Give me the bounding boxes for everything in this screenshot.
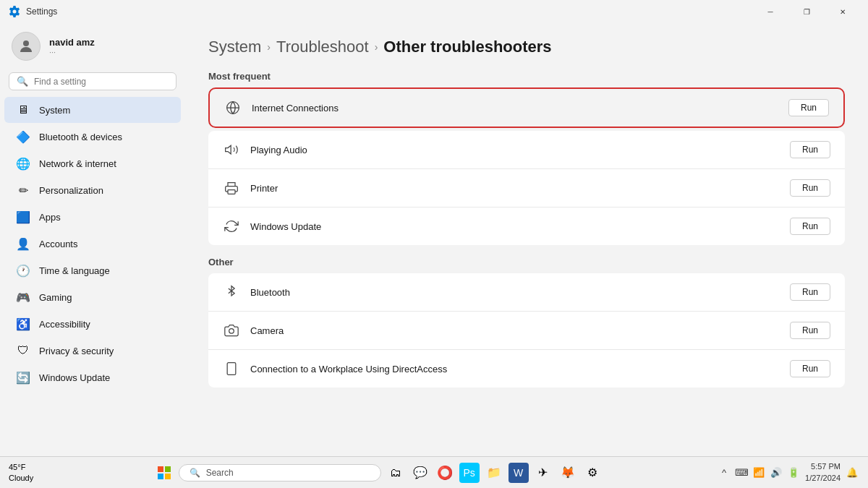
windows-update-icon — [223, 218, 240, 235]
sidebar-item-gaming[interactable]: 🎮 Gaming — [4, 284, 181, 310]
internet-icon — [224, 99, 242, 116]
bluetooth-name: Bluetooth — [250, 287, 780, 298]
content-area: System › Troubleshoot › Other troublesho… — [185, 23, 868, 456]
user-section: navid amz ··· — [0, 23, 185, 69]
clock-time: 5:57 PM — [805, 461, 841, 472]
audio-icon — [223, 141, 240, 158]
weather-temp: 45°F — [9, 462, 25, 472]
sidebar-item-timelanguage[interactable]: 🕐 Time & language — [4, 257, 181, 283]
svg-rect-9 — [158, 474, 163, 479]
internet-connections-name: Internet Connections — [252, 103, 778, 114]
accessibility-nav-icon: ♿ — [16, 317, 30, 331]
telegram-icon[interactable]: ✈ — [533, 463, 553, 483]
breadcrumb-sep1: › — [267, 41, 271, 53]
internet-connections-highlight: Internet Connections Run — [208, 87, 845, 128]
tray-wifi[interactable]: 📶 — [752, 466, 766, 480]
settings-search-box[interactable]: 🔍 — [9, 72, 176, 90]
titlebar-controls: ─ ❐ ✕ — [754, 0, 859, 23]
timelanguage-nav-icon: 🕐 — [16, 263, 30, 278]
bluetooth-nav-label: Bluetooth & devices — [39, 132, 122, 142]
taskbar: 45°F Cloudy 🔍 Search 🗂 💬 ⭕ Ps 📁 W ✈ 🦊 ⚙ — [0, 456, 868, 488]
settings-search-input[interactable] — [34, 77, 169, 87]
bluetooth-item: Bluetooth Run — [208, 273, 845, 312]
windowsupdate-nav-icon: 🔄 — [16, 370, 30, 385]
camera-icon — [223, 322, 240, 339]
sidebar-item-system[interactable]: 🖥 System — [4, 97, 181, 123]
sidebar-item-apps[interactable]: 🟦 Apps — [4, 204, 181, 230]
avatar — [12, 32, 41, 61]
titlebar-left: Settings — [9, 6, 57, 17]
system-nav-label: System — [39, 105, 70, 116]
svg-rect-8 — [165, 466, 171, 472]
printer-run-button[interactable]: Run — [790, 179, 830, 197]
search-icon: 🔍 — [17, 76, 28, 87]
system-nav-icon: 🖥 — [16, 103, 30, 117]
teams-chat-icon[interactable]: 💬 — [410, 463, 430, 483]
tray-chevron[interactable]: ^ — [717, 466, 731, 480]
task-view-button[interactable]: 🗂 — [386, 463, 406, 483]
sidebar-item-accounts[interactable]: 👤 Accounts — [4, 231, 181, 257]
svg-point-0 — [23, 40, 29, 46]
notification-button[interactable]: 🔔 — [845, 466, 859, 480]
gaming-nav-icon: 🎮 — [16, 290, 30, 304]
start-button[interactable] — [154, 463, 174, 483]
taskbar-search-label: Search — [206, 468, 234, 478]
printer-name: Printer — [250, 183, 780, 194]
windows-update-item: Windows Update Run — [208, 207, 845, 245]
workplace-icon — [223, 360, 240, 377]
tray-volume[interactable]: 🔊 — [769, 466, 783, 480]
svg-marker-2 — [226, 145, 231, 154]
system-clock[interactable]: 5:57 PM 1/27/2024 — [805, 461, 841, 484]
file-explorer-icon[interactable]: 📁 — [484, 463, 504, 483]
accounts-nav-label: Accounts — [39, 239, 77, 249]
playing-audio-run-button[interactable]: Run — [790, 141, 830, 158]
apps-nav-label: Apps — [39, 212, 61, 223]
breadcrumb-system: System — [208, 38, 261, 56]
playing-audio-name: Playing Audio — [250, 145, 780, 155]
window-title: Settings — [26, 7, 57, 17]
gaming-nav-label: Gaming — [39, 292, 72, 303]
sidebar-item-accessibility[interactable]: ♿ Accessibility — [4, 311, 181, 337]
tray-language[interactable]: ⌨ — [734, 466, 749, 480]
workplace-run-button[interactable]: Run — [790, 360, 830, 377]
tray-battery[interactable]: 🔋 — [786, 466, 801, 480]
bluetooth-icon — [223, 283, 240, 301]
maximize-button[interactable]: ❐ — [790, 0, 823, 23]
accounts-nav-icon: 👤 — [16, 236, 30, 251]
bluetooth-run-button[interactable]: Run — [790, 283, 830, 301]
sidebar-item-network[interactable]: 🌐 Network & internet — [4, 150, 181, 176]
user-subtitle: ··· — [49, 48, 95, 56]
word-icon[interactable]: W — [509, 463, 529, 483]
apps-nav-icon: 🟦 — [16, 210, 30, 224]
camera-item: Camera Run — [208, 312, 845, 350]
settings-window-icon — [9, 6, 20, 17]
sidebar-item-windowsupdate[interactable]: 🔄 Windows Update — [4, 364, 181, 390]
app-body: navid amz ··· 🔍 🖥 System 🔷 Bluetooth & d… — [0, 23, 868, 456]
svg-point-4 — [229, 329, 234, 334]
firefox-icon[interactable]: 🦊 — [558, 463, 578, 483]
workplace-name: Connection to a Workplace Using DirectAc… — [250, 364, 780, 374]
svg-rect-7 — [158, 466, 163, 472]
camera-name: Camera — [250, 325, 780, 336]
sidebar-item-bluetooth[interactable]: 🔷 Bluetooth & devices — [4, 124, 181, 150]
system-tray: ^ ⌨ 📶 🔊 🔋 — [717, 466, 801, 480]
taskbar-search[interactable]: 🔍 Search — [179, 464, 381, 481]
taskbar-search-icon: 🔍 — [190, 468, 200, 478]
chrome-icon[interactable]: ⭕ — [435, 463, 455, 483]
windows-update-run-button[interactable]: Run — [790, 218, 830, 235]
sidebar-item-personalization[interactable]: ✏ Personalization — [4, 177, 181, 203]
personalization-nav-label: Personalization — [39, 185, 103, 196]
photoshop-icon[interactable]: Ps — [459, 463, 480, 483]
bluetooth-nav-icon: 🔷 — [16, 129, 30, 144]
titlebar: Settings ─ ❐ ✕ — [0, 0, 868, 23]
most-frequent-title: Most frequent — [208, 71, 845, 82]
minimize-button[interactable]: ─ — [754, 0, 787, 23]
internet-connections-run-button[interactable]: Run — [788, 99, 829, 116]
internet-connections-item: Internet Connections Run — [210, 89, 843, 127]
close-button[interactable]: ✕ — [826, 0, 859, 23]
settings-taskbar-icon[interactable]: ⚙ — [582, 463, 603, 483]
personalization-nav-icon: ✏ — [16, 183, 30, 197]
camera-run-button[interactable]: Run — [790, 322, 830, 339]
svg-rect-10 — [165, 474, 171, 479]
sidebar-item-privacy[interactable]: 🛡 Privacy & security — [4, 338, 181, 364]
